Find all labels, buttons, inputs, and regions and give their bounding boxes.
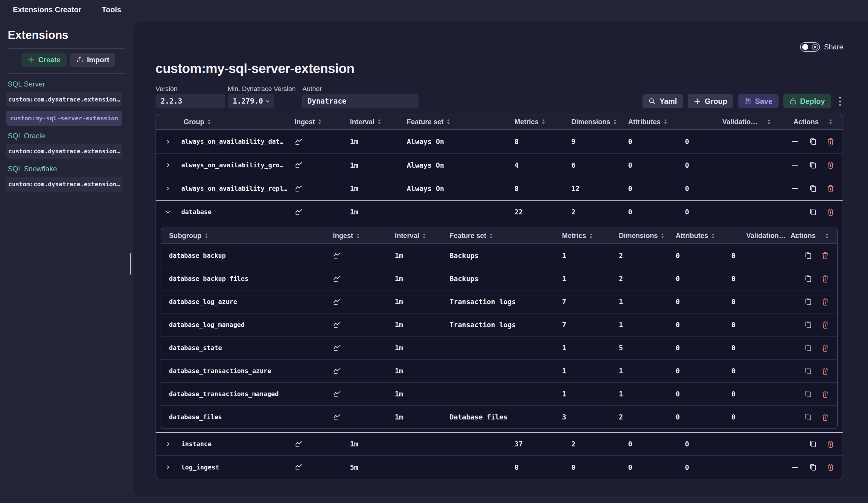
expand-toggle[interactable] <box>156 139 179 144</box>
duplicate-button[interactable] <box>809 185 817 192</box>
min-dynatrace-version-select[interactable]: 1.279.0 <box>228 94 274 108</box>
chart-line-icon <box>333 413 342 421</box>
create-button[interactable]: Create <box>22 53 67 67</box>
column-header[interactable]: Feature set <box>442 232 556 240</box>
delete-button[interactable] <box>827 440 834 448</box>
nav-item-extensions-creator[interactable]: Extensions Creator <box>13 6 81 14</box>
copy-icon <box>804 252 812 260</box>
column-header[interactable]: Metrics <box>556 232 613 240</box>
delete-button[interactable] <box>822 390 829 398</box>
import-button[interactable]: Import <box>70 53 115 67</box>
add-subgroup-button[interactable] <box>791 440 799 448</box>
subtable-row: database_log_managed 1m Transaction logs… <box>161 313 837 336</box>
delete-button[interactable] <box>827 208 834 216</box>
sidebar-resize-handle[interactable] <box>130 253 131 274</box>
add-group-button[interactable]: Group <box>688 94 733 108</box>
delete-button[interactable] <box>827 161 834 169</box>
column-header[interactable]: Actions <box>773 118 843 126</box>
lock-icon <box>789 98 796 105</box>
table-row: instance 1m 37 2 0 0 <box>156 432 843 455</box>
delete-button[interactable] <box>822 275 829 283</box>
duplicate-button[interactable] <box>804 344 812 352</box>
add-subgroup-button[interactable] <box>791 185 799 192</box>
expand-toggle[interactable] <box>156 163 179 168</box>
duplicate-button[interactable] <box>804 367 812 375</box>
duplicate-button[interactable] <box>809 208 817 216</box>
duplicate-button[interactable] <box>804 275 812 283</box>
groups-table-header: Group Ingest Interval Feature set Metric… <box>156 114 843 130</box>
more-actions-button[interactable] <box>837 95 843 108</box>
delete-button[interactable] <box>822 321 829 329</box>
sidebar-item[interactable]: custom:my-sql-server-extension <box>6 111 122 126</box>
duplicate-button[interactable] <box>804 413 812 421</box>
column-header[interactable]: Group <box>179 118 289 126</box>
duplicate-button[interactable] <box>804 298 812 306</box>
save-button[interactable]: Save <box>738 94 778 108</box>
column-header[interactable]: Subgroup <box>161 232 326 240</box>
duplicate-button[interactable] <box>809 161 817 169</box>
column-header[interactable]: Attributes <box>670 232 726 240</box>
metrics-cell: 1 <box>556 275 613 283</box>
version-label: Version <box>156 85 225 93</box>
delete-button[interactable] <box>822 252 829 260</box>
add-subgroup-button[interactable] <box>791 161 799 169</box>
sidebar-item[interactable]: custom:com.dynatrace.extension… <box>6 177 122 192</box>
column-header[interactable]: Interval <box>385 232 442 240</box>
column-header[interactable]: Ingest <box>326 232 385 240</box>
duplicate-button[interactable] <box>809 138 817 145</box>
author-input[interactable] <box>302 94 418 108</box>
duplicate-button[interactable] <box>804 390 812 398</box>
column-header[interactable]: Dimensions <box>565 118 622 126</box>
toggle-knob <box>802 44 808 50</box>
column-header[interactable]: Feature set <box>398 118 508 126</box>
expand-toggle[interactable] <box>156 442 179 447</box>
column-header[interactable]: Validation… <box>742 232 792 240</box>
feature-set-cell: Transaction logs <box>442 321 556 329</box>
interval-cell: 1m <box>385 413 442 421</box>
copy-icon <box>804 298 812 306</box>
trash-icon <box>822 367 829 375</box>
nav-item-tools[interactable]: Tools <box>102 6 121 14</box>
add-subgroup-button[interactable] <box>791 208 799 216</box>
delete-button[interactable] <box>827 138 834 146</box>
plus-icon <box>791 138 799 145</box>
column-header[interactable]: Dimensions <box>613 232 670 240</box>
column-header[interactable]: Interval <box>338 118 398 126</box>
metrics-cell: 3 <box>556 413 613 421</box>
delete-button[interactable] <box>822 344 829 352</box>
delete-button[interactable] <box>827 184 834 192</box>
column-header[interactable]: Attributes <box>622 118 679 126</box>
share-toggle[interactable] <box>800 42 820 52</box>
column-header[interactable]: Validatio… <box>716 118 773 126</box>
sidebar-group-label: SQL Oracle <box>8 132 133 140</box>
version-input[interactable] <box>156 94 225 108</box>
sidebar-item[interactable]: custom:com.dynatrace.extension… <box>6 144 122 159</box>
duplicate-button[interactable] <box>804 321 812 329</box>
column-header[interactable]: Actions <box>792 232 837 240</box>
delete-button[interactable] <box>822 413 829 421</box>
expand-toggle[interactable] <box>156 465 179 470</box>
duplicate-button[interactable] <box>809 463 817 471</box>
yaml-button[interactable]: Yaml <box>642 94 683 108</box>
delete-button[interactable] <box>822 367 829 375</box>
page-title: custom:my-sql-server-extension <box>156 61 843 76</box>
sidebar-item[interactable]: custom:com.dynatrace.extension… <box>6 92 122 107</box>
add-subgroup-button[interactable] <box>791 138 799 145</box>
group-name: always_on_availability_dat… <box>179 138 289 145</box>
subgroups-table-header: Subgroup Ingest Interval Feature set Met… <box>161 228 837 244</box>
delete-button[interactable] <box>822 298 829 306</box>
column-header[interactable]: Ingest <box>289 118 338 126</box>
column-header[interactable]: Metrics <box>508 118 565 126</box>
delete-button[interactable] <box>827 463 834 471</box>
duplicate-button[interactable] <box>809 440 817 448</box>
deploy-button[interactable]: Deploy <box>783 94 831 108</box>
copy-icon <box>804 275 812 283</box>
duplicate-button[interactable] <box>804 252 812 260</box>
expand-toggle[interactable] <box>156 210 179 215</box>
sidebar-title: Extensions <box>8 29 133 42</box>
column-header-label: Group <box>184 118 204 126</box>
validations-cell: 0 <box>679 138 736 145</box>
subtable-row: database_backup_files 1m Backups 1 2 0 0 <box>161 267 837 290</box>
add-subgroup-button[interactable] <box>791 463 799 471</box>
expand-toggle[interactable] <box>156 186 179 191</box>
